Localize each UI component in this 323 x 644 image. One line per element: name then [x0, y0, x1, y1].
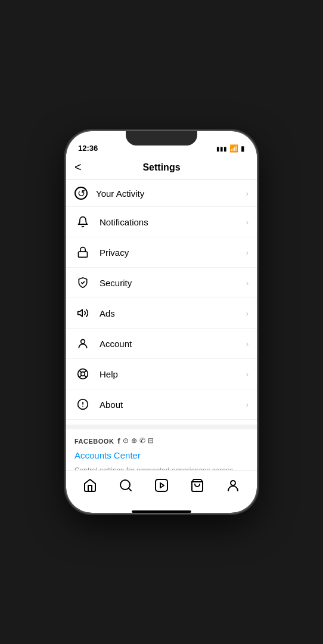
chevron-icon: › [246, 370, 249, 379]
accounts-center-link[interactable]: Accounts Center [74, 450, 249, 460]
settings-item-ads[interactable]: Ads › [66, 298, 257, 329]
account-icon [74, 335, 91, 352]
privacy-icon [74, 244, 91, 261]
instagram-icon: ⊕ [131, 436, 137, 445]
about-label: About [100, 400, 246, 410]
svg-line-6 [84, 375, 86, 377]
ads-icon [74, 305, 91, 321]
facebook-header: FACEBOOK f ⊙ ⊕ ✆ ⊟ [74, 436, 249, 445]
settings-item-notifications[interactable]: Notifications › [66, 207, 257, 237]
settings-item-your-activity[interactable]: ↺ Your Activity › [66, 180, 257, 207]
signal-icon: ▮▮▮ [216, 145, 227, 152]
page-title: Settings [142, 162, 180, 173]
notifications-label: Notifications [100, 217, 246, 227]
your-activity-icon: ↺ [74, 187, 88, 200]
settings-list: ↺ Your Activity › Notifications › [66, 180, 257, 420]
chevron-icon: › [246, 339, 249, 348]
facebook-label: FACEBOOK [74, 438, 114, 445]
svg-point-2 [81, 339, 85, 343]
svg-rect-14 [156, 479, 167, 491]
home-icon [83, 478, 97, 496]
nav-reels[interactable] [148, 476, 175, 499]
settings-item-security[interactable]: Security › [66, 268, 257, 298]
facebook-f-icon: f [117, 436, 120, 445]
battery-icon: ▮ [241, 144, 245, 153]
settings-header: < Settings [66, 155, 257, 180]
chevron-icon: › [246, 189, 249, 198]
svg-line-5 [79, 370, 82, 373]
security-icon [74, 274, 91, 291]
settings-item-help[interactable]: Help › [66, 359, 257, 389]
oculus-icon: ⊟ [148, 436, 154, 445]
settings-item-about[interactable]: About › [66, 389, 257, 420]
privacy-label: Privacy [100, 247, 246, 258]
chevron-icon: › [246, 248, 249, 257]
wifi-icon: 📶 [229, 144, 238, 153]
your-activity-label: Your Activity [96, 188, 246, 199]
nav-shop[interactable] [184, 476, 210, 499]
chevron-icon: › [246, 278, 249, 287]
chevron-icon: › [246, 309, 249, 318]
bottom-nav [66, 470, 257, 508]
shop-icon [190, 478, 204, 496]
nav-profile[interactable] [220, 476, 246, 499]
accounts-center-description: Control settings for connected experienc… [74, 465, 249, 470]
settings-item-privacy[interactable]: Privacy › [66, 237, 257, 268]
reels-icon [154, 478, 169, 496]
help-label: Help [100, 369, 246, 379]
scroll-content: ↺ Your Activity › Notifications › [66, 180, 257, 470]
whatsapp-icon: ✆ [139, 436, 145, 445]
profile-icon [226, 478, 240, 496]
messenger-icon: ⊙ [123, 436, 129, 445]
home-indicator [132, 510, 191, 513]
help-icon [74, 366, 91, 382]
svg-rect-0 [79, 252, 88, 257]
security-label: Security [100, 278, 246, 288]
ads-label: Ads [100, 308, 246, 318]
svg-marker-15 [160, 483, 164, 488]
svg-line-7 [84, 370, 86, 373]
account-label: Account [100, 339, 246, 349]
facebook-social-icons: f ⊙ ⊕ ✆ ⊟ [117, 436, 153, 445]
nav-home[interactable] [77, 476, 103, 499]
settings-item-account[interactable]: Account › [66, 329, 257, 359]
svg-line-13 [129, 488, 131, 490]
back-button[interactable]: < [74, 160, 82, 174]
chevron-icon: › [246, 400, 249, 409]
notifications-icon [74, 213, 91, 230]
nav-search[interactable] [113, 476, 139, 499]
facebook-section: FACEBOOK f ⊙ ⊕ ✆ ⊟ Accounts Center Contr… [66, 425, 257, 470]
svg-line-8 [79, 375, 82, 377]
svg-marker-1 [78, 309, 83, 317]
status-icons: ▮▮▮ 📶 ▮ [216, 144, 245, 153]
chevron-icon: › [246, 218, 249, 227]
status-time: 12:36 [78, 144, 98, 153]
search-icon [119, 478, 133, 496]
about-icon [74, 396, 91, 413]
svg-point-17 [231, 481, 235, 485]
